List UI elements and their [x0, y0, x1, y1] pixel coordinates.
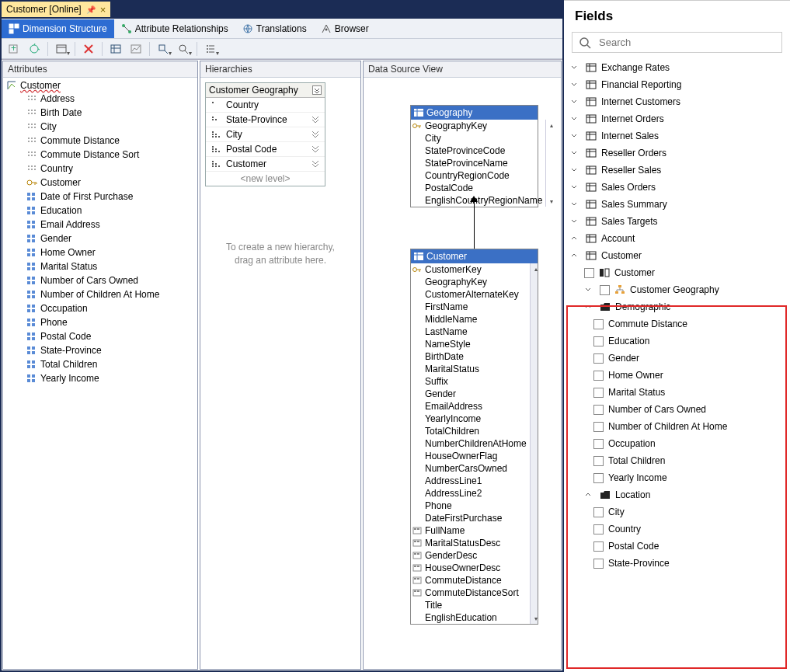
- table-column[interactable]: PostalCode: [411, 182, 545, 194]
- add-bi-item-button[interactable]: +: [5, 40, 23, 57]
- show-table-button[interactable]: [106, 40, 125, 57]
- chevron-expanded-icon[interactable]: [570, 252, 581, 259]
- attribute-item[interactable]: Country: [5, 162, 196, 176]
- dsv-table-customer[interactable]: Customer CustomerKeyGeographyKeyCustomer…: [410, 249, 538, 625]
- table-column[interactable]: AddressLine1: [411, 475, 530, 487]
- attribute-item[interactable]: Email Address: [5, 218, 196, 232]
- show-diagram-button[interactable]: [127, 40, 145, 57]
- chevron-collapsed-icon[interactable]: [570, 115, 581, 123]
- fields-hierarchy[interactable]: Customer Geography: [564, 281, 790, 298]
- table-column[interactable]: EnglishEducation: [411, 611, 530, 624]
- pin-icon[interactable]: 📌: [86, 5, 96, 14]
- table-column[interactable]: MaritalStatus: [411, 363, 530, 375]
- attribute-item[interactable]: Number of Children At Home: [5, 287, 196, 301]
- table-column[interactable]: YearlyIncome: [411, 413, 530, 425]
- attribute-item[interactable]: Marital Status: [5, 259, 196, 273]
- table-column[interactable]: FullName: [411, 524, 530, 537]
- field-checkbox[interactable]: [584, 268, 594, 278]
- fields-table[interactable]: Reseller Orders: [564, 144, 790, 162]
- table-column[interactable]: StateProvinceCode: [411, 144, 545, 157]
- chevron-collapsed-icon[interactable]: [570, 149, 581, 157]
- hierarchy-level[interactable]: Customer: [206, 157, 325, 172]
- dsv-canvas[interactable]: Geography GeographyKeyCityStateProvinceC…: [364, 78, 561, 669]
- close-icon[interactable]: ×: [100, 4, 106, 16]
- hierarchy-expand-icon[interactable]: [312, 85, 322, 95]
- table-column[interactable]: City: [411, 132, 545, 144]
- table-column[interactable]: AddressLine2: [411, 487, 530, 500]
- attribute-item[interactable]: Address: [5, 92, 196, 106]
- attribute-item[interactable]: Number of Cars Owned: [5, 273, 196, 287]
- chevron-collapsed-icon[interactable]: [570, 64, 581, 71]
- attributes-root[interactable]: Customer: [5, 79, 196, 92]
- table-column[interactable]: CountryRegionCode: [411, 169, 545, 182]
- table-column[interactable]: Title: [411, 599, 530, 611]
- table-column[interactable]: MaritalStatusDesc: [411, 537, 530, 549]
- table-column[interactable]: TotalChildren: [411, 425, 530, 437]
- attribute-item[interactable]: Total Children: [5, 357, 196, 371]
- chevron-collapsed-icon[interactable]: [570, 218, 581, 225]
- dsv-table-geography[interactable]: Geography GeographyKeyCityStateProvinceC…: [410, 105, 538, 207]
- tab-attribute-relationships[interactable]: Attribute Relationships: [114, 19, 235, 38]
- chevron-collapsed-icon[interactable]: [570, 183, 581, 191]
- table-column[interactable]: GeographyKey: [411, 120, 545, 132]
- fields-table[interactable]: Internet Orders: [564, 110, 790, 127]
- fields-table[interactable]: Sales Targets: [564, 213, 790, 230]
- hierarchy-level[interactable]: City: [206, 127, 325, 142]
- attribute-item[interactable]: Home Owner: [5, 245, 196, 259]
- table-column[interactable]: CommuteDistance: [411, 574, 530, 587]
- scrollbar[interactable]: ▴▾: [530, 263, 538, 624]
- chevron-expanded-icon[interactable]: [570, 235, 581, 242]
- attribute-item[interactable]: Postal Code: [5, 329, 196, 343]
- hierarchy-box[interactable]: Customer Geography CountryState-Province…: [205, 82, 325, 186]
- tree-view-button[interactable]: [201, 40, 220, 57]
- fields-table[interactable]: Financial Reporting: [564, 76, 790, 93]
- chevron-collapsed-icon[interactable]: [570, 98, 581, 106]
- attribute-item[interactable]: State-Province: [5, 343, 196, 357]
- attribute-item[interactable]: Date of First Purchase: [5, 190, 196, 204]
- table-column[interactable]: DateFirstPurchase: [411, 512, 530, 524]
- table-column[interactable]: BirthDate: [411, 350, 530, 363]
- fields-table[interactable]: Sales Summary: [564, 196, 790, 213]
- table-column[interactable]: LastName: [411, 326, 530, 338]
- process-button[interactable]: [25, 40, 44, 57]
- table-column[interactable]: FirstName: [411, 301, 530, 313]
- hierarchy-level[interactable]: State-Province: [206, 113, 325, 127]
- fields-search[interactable]: [572, 32, 782, 53]
- fields-table[interactable]: Reseller Sales: [564, 162, 790, 179]
- table-column[interactable]: MiddleName: [411, 313, 530, 326]
- table-column[interactable]: EnglishCountryRegionName: [411, 194, 545, 207]
- chevron-collapsed-icon[interactable]: [570, 132, 581, 140]
- fields-table[interactable]: Internet Sales: [564, 127, 790, 144]
- table-column[interactable]: HouseOwnerDesc: [411, 562, 530, 574]
- tab-translations[interactable]: Translations: [235, 19, 314, 38]
- table-column[interactable]: Suffix: [411, 375, 530, 388]
- table-column[interactable]: NameStyle: [411, 338, 530, 350]
- delete-button[interactable]: [79, 40, 98, 57]
- attribute-item[interactable]: Yearly Income: [5, 371, 196, 385]
- attribute-item[interactable]: Commute Distance: [5, 134, 196, 148]
- fields-table[interactable]: Internet Customers: [564, 93, 790, 110]
- attribute-item[interactable]: City: [5, 120, 196, 134]
- scrollbar[interactable]: ▴▾: [545, 120, 546, 207]
- attribute-item[interactable]: Birth Date: [5, 106, 196, 120]
- tab-browser[interactable]: Browser: [314, 19, 376, 38]
- table-column[interactable]: EmailAddress: [411, 400, 530, 413]
- table-column[interactable]: StateProvinceName: [411, 157, 545, 169]
- attribute-item[interactable]: Phone: [5, 315, 196, 329]
- chevron-collapsed-icon[interactable]: [584, 286, 595, 294]
- table-column[interactable]: Phone: [411, 500, 530, 512]
- chevron-collapsed-icon[interactable]: [570, 81, 581, 89]
- table-column[interactable]: GenderDesc: [411, 549, 530, 562]
- fields-table[interactable]: Exchange Rates: [564, 59, 790, 76]
- attribute-item[interactable]: Occupation: [5, 301, 196, 315]
- fields-table[interactable]: Account: [564, 230, 790, 247]
- table-column[interactable]: NumberChildrenAtHome: [411, 437, 530, 450]
- hierarchy-level[interactable]: Postal Code: [206, 142, 325, 157]
- table-column[interactable]: HouseOwnerFlag: [411, 450, 530, 462]
- fields-field[interactable]: Customer: [564, 264, 790, 281]
- hierarchy-level[interactable]: Country: [206, 98, 325, 113]
- table-column[interactable]: CustomerKey: [411, 263, 530, 276]
- document-tab[interactable]: Customer [Online] 📌 ×: [2, 2, 110, 17]
- table-column[interactable]: NumberCarsOwned: [411, 462, 530, 475]
- attribute-item[interactable]: Customer: [5, 176, 196, 190]
